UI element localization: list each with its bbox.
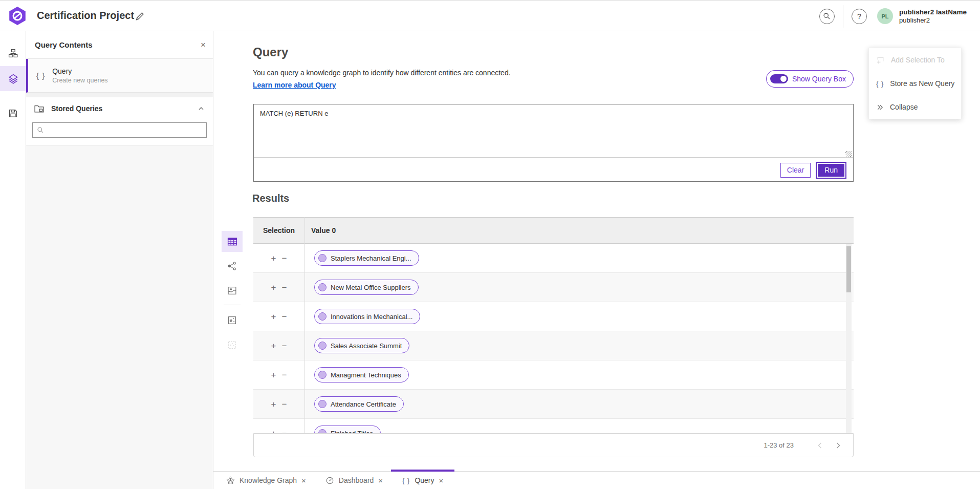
entity-label: Sales Associate Summit: [331, 342, 402, 350]
add-selection-icon: [876, 56, 885, 65]
column-header-value: Value 0: [304, 226, 336, 235]
chart-view-button-disabled: [222, 334, 243, 355]
query-editor-footer: Clear Run: [254, 158, 853, 182]
stored-queries-search: [32, 122, 207, 138]
store-as-new-query-item[interactable]: { } Store as New Query: [869, 72, 961, 95]
user-info[interactable]: publisher2 lastName publisher2: [899, 8, 967, 25]
top-bar-divider: [843, 5, 843, 28]
search-input[interactable]: [47, 123, 206, 137]
braces-icon: { }: [876, 80, 884, 88]
query-editor: MATCH (e) RETURN e Clear Run: [253, 104, 854, 182]
add-to-selection-button[interactable]: +: [271, 312, 276, 321]
braces-icon: { }: [36, 71, 45, 80]
remove-from-selection-button[interactable]: −: [282, 283, 287, 292]
table-scrollbar[interactable]: [846, 244, 852, 433]
contents-panel-header: Query Contents ×: [26, 31, 213, 59]
stored-queries-label: Stored Queries: [51, 104, 198, 113]
toggle-on-icon: [770, 74, 788, 83]
remove-from-selection-button[interactable]: −: [282, 342, 287, 350]
map-view-button[interactable]: [222, 280, 243, 301]
entity-pill[interactable]: Sales Associate Summit: [314, 338, 409, 353]
query-description: You can query a knowledge graph to ident…: [253, 69, 511, 77]
learn-more-link[interactable]: Learn more about Query: [253, 81, 336, 89]
entity-icon: [318, 312, 326, 321]
tab-label: Query: [415, 476, 434, 484]
entity-label: Innovations in Mechanical...: [331, 313, 412, 321]
contents-panel: Query Contents × { } Query Create new qu…: [26, 31, 213, 489]
resize-handle[interactable]: [845, 151, 852, 157]
entity-pill[interactable]: Managment Techniques: [314, 367, 409, 382]
close-tab-icon[interactable]: ×: [439, 476, 444, 485]
close-tab-icon[interactable]: ×: [301, 476, 306, 485]
scrollbar-thumb[interactable]: [846, 246, 851, 292]
add-to-selection-button[interactable]: +: [271, 371, 276, 379]
run-button[interactable]: Run: [817, 163, 845, 178]
help-button[interactable]: ?: [852, 9, 867, 24]
tab-query[interactable]: { } Query ×: [393, 472, 453, 489]
table-row: + − Sales Associate Summit: [253, 331, 854, 360]
braces-icon: { }: [402, 477, 410, 484]
remove-from-selection-button[interactable]: −: [282, 312, 287, 321]
new-map-view-button[interactable]: [222, 310, 243, 331]
close-tab-icon[interactable]: ×: [378, 476, 383, 485]
results-table: Selection Value 0 + − Staplers Mechanica…: [253, 217, 854, 433]
entity-pill[interactable]: Attendance Certificate: [314, 396, 404, 412]
entity-label: Finished Titles: [331, 430, 373, 434]
tab-label: Dashboard: [339, 476, 374, 484]
entity-label: Staplers Mechanical Engi...: [331, 254, 411, 262]
entity-pill[interactable]: New Metal Office Suppliers: [314, 280, 419, 295]
add-to-selection-button[interactable]: +: [271, 429, 276, 434]
project-structure-button[interactable]: [0, 41, 26, 66]
next-page-button[interactable]: [833, 440, 844, 451]
entity-pill[interactable]: Finished Titles: [314, 426, 381, 433]
entity-pill[interactable]: Innovations in Mechanical...: [314, 309, 420, 324]
panel-separator: [26, 93, 213, 97]
user-username: publisher2: [899, 16, 967, 25]
pagination-bar: 1-23 of 23: [253, 433, 854, 457]
save-button[interactable]: [0, 101, 26, 126]
add-to-selection-button[interactable]: +: [271, 342, 276, 350]
add-to-selection-button[interactable]: +: [271, 283, 276, 292]
sidebar-item-query[interactable]: { } Query Create new queries: [26, 59, 213, 93]
add-selection-to-item: Add Selection To: [869, 48, 961, 72]
view-switcher-divider: [224, 305, 241, 305]
entity-icon: [318, 254, 326, 262]
remove-from-selection-button[interactable]: −: [282, 254, 287, 263]
contents-button[interactable]: [0, 66, 26, 91]
table-row: + − Staplers Mechanical Engi...: [253, 244, 854, 273]
project-title: Certification Project: [37, 10, 134, 22]
link-chart-view-button[interactable]: [222, 256, 243, 277]
entity-pill[interactable]: Staplers Mechanical Engi...: [314, 250, 419, 266]
save-icon: [8, 109, 18, 118]
add-to-selection-button[interactable]: +: [271, 254, 276, 263]
tab-knowledge-graph[interactable]: Knowledge Graph ×: [216, 472, 316, 489]
new-map-icon: [227, 315, 237, 325]
search-button[interactable]: [819, 9, 835, 24]
collapse-menu-item[interactable]: Collapse: [869, 95, 961, 119]
clear-button[interactable]: Clear: [780, 163, 811, 178]
search-icon: [37, 126, 44, 134]
query-input[interactable]: MATCH (e) RETURN e: [254, 104, 853, 158]
double-chevron-right-icon: [876, 103, 884, 111]
toggle-label: Show Query Box: [792, 75, 846, 83]
bottom-tab-bar: Knowledge Graph × Dashboard × { } Query …: [213, 471, 980, 489]
link-chart-icon: [227, 261, 237, 271]
remove-from-selection-button[interactable]: −: [282, 371, 287, 379]
remove-from-selection-button[interactable]: −: [282, 429, 287, 434]
stored-queries-section[interactable]: Stored Queries: [26, 97, 213, 120]
results-view-switcher: [222, 231, 243, 359]
remove-from-selection-button[interactable]: −: [282, 400, 287, 409]
top-bar: Certification Project ? PL publisher2 la…: [0, 0, 980, 31]
table-view-button[interactable]: [222, 231, 243, 252]
show-query-box-toggle[interactable]: Show Query Box: [766, 70, 854, 88]
query-item-description: Create new queries: [52, 77, 107, 84]
close-panel-button[interactable]: ×: [201, 40, 206, 49]
tab-dashboard[interactable]: Dashboard ×: [316, 472, 393, 489]
layers-icon: [8, 74, 18, 84]
user-avatar[interactable]: PL: [877, 8, 893, 24]
edit-title-button[interactable]: [135, 11, 146, 22]
disabled-view-icon: [227, 340, 237, 350]
add-to-selection-button[interactable]: +: [271, 400, 276, 409]
results-title: Results: [252, 193, 289, 204]
menu-item-label: Collapse: [890, 103, 918, 111]
